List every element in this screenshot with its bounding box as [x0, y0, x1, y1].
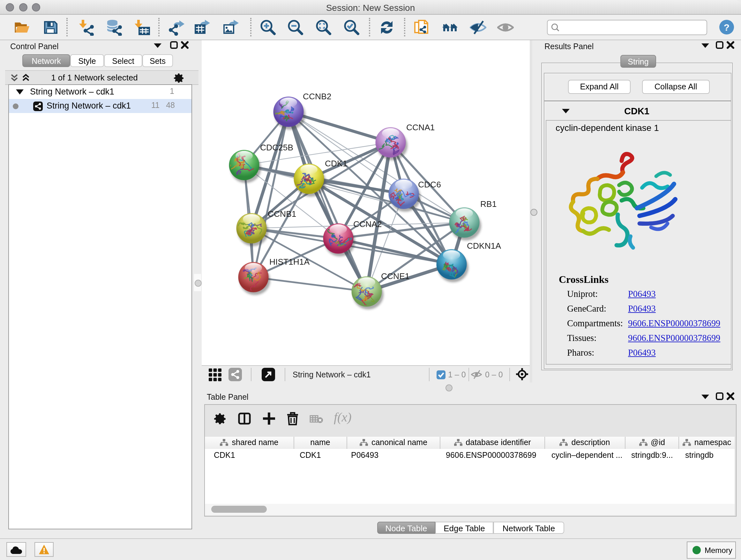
svg-text:CDK1: CDK1	[325, 159, 347, 168]
svg-text:CDKN1A: CDKN1A	[467, 241, 501, 251]
svg-text:CCNB2: CCNB2	[303, 91, 331, 101]
svg-text:CCNE1: CCNE1	[381, 271, 409, 281]
svg-text:CCNB1: CCNB1	[268, 209, 296, 219]
svg-text:CCNA2: CCNA2	[353, 219, 382, 229]
svg-text:HIST1H1A: HIST1H1A	[269, 257, 310, 266]
svg-text:CDC25B: CDC25B	[260, 143, 293, 152]
svg-text:CCNA1: CCNA1	[406, 123, 434, 132]
svg-text:RB1: RB1	[480, 199, 496, 209]
svg-text:CDC6: CDC6	[418, 180, 441, 189]
